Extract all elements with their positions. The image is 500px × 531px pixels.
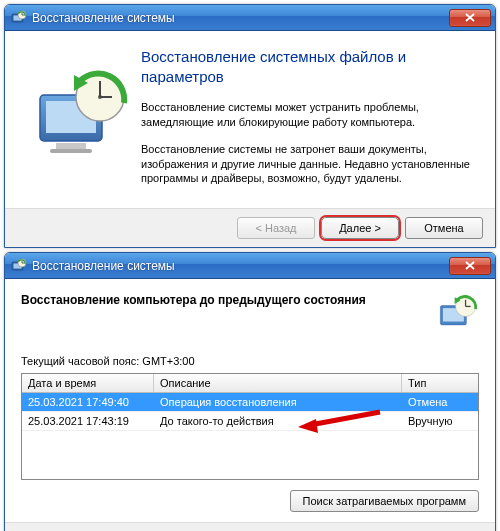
content-area: Восстановление системных файлов и параме… <box>5 31 495 208</box>
affected-programs-row: Поиск затрагиваемых программ <box>21 490 479 512</box>
cell-description: До такого-то действия <box>154 412 402 430</box>
col-datetime[interactable]: Дата и время <box>22 374 154 392</box>
cell-type: Вручную <box>402 412 478 430</box>
timezone-label: Текущий часовой пояс: GMT+3:00 <box>21 355 479 367</box>
page-heading: Восстановление системных файлов и параме… <box>141 47 477 86</box>
table-row[interactable]: 25.03.2021 17:43:19До такого-то действия… <box>22 412 478 431</box>
table-header: Дата и время Описание Тип <box>22 374 478 393</box>
back-button: < Назад <box>237 217 315 239</box>
dialog-system-restore-step2: Восстановление системы Восстановление ко… <box>4 252 496 531</box>
svg-rect-7 <box>50 149 92 153</box>
svg-rect-6 <box>56 143 86 149</box>
dialog-system-restore-step1: Восстановление системы <box>4 4 496 248</box>
cell-datetime: 25.03.2021 17:43:19 <box>22 412 154 430</box>
hero-icon-column <box>23 47 141 198</box>
page-header: Восстановление компьютера до предыдущего… <box>21 293 479 337</box>
table-body: 25.03.2021 17:49:40Операция восстановлен… <box>22 393 478 479</box>
table-row[interactable]: 25.03.2021 17:49:40Операция восстановлен… <box>22 393 478 412</box>
app-icon <box>11 258 27 274</box>
button-bar: < Назад Далее > Отмена <box>5 522 495 531</box>
close-icon <box>465 13 475 22</box>
col-type[interactable]: Тип <box>402 374 478 392</box>
cell-type: Отмена <box>402 393 478 411</box>
system-restore-small-icon <box>435 293 479 337</box>
titlebar: Восстановление системы <box>5 5 495 31</box>
restore-points-table: Дата и время Описание Тип 25.03.2021 17:… <box>21 373 479 480</box>
window-title: Восстановление системы <box>32 259 449 273</box>
content-area: Восстановление компьютера до предыдущего… <box>5 279 495 522</box>
titlebar: Восстановление системы <box>5 253 495 279</box>
scan-affected-button[interactable]: Поиск затрагиваемых программ <box>290 490 479 512</box>
system-restore-icon <box>32 65 132 165</box>
description-2: Восстановление системы не затронет ваши … <box>141 142 477 187</box>
description-1: Восстановление системы может устранить п… <box>141 100 477 130</box>
cell-datetime: 25.03.2021 17:49:40 <box>22 393 154 411</box>
close-button[interactable] <box>449 257 491 275</box>
next-button[interactable]: Далее > <box>321 217 399 239</box>
col-description[interactable]: Описание <box>154 374 402 392</box>
close-button[interactable] <box>449 9 491 27</box>
text-column: Восстановление системных файлов и параме… <box>141 47 477 198</box>
close-icon <box>465 261 475 270</box>
app-icon <box>11 10 27 26</box>
window-title: Восстановление системы <box>32 11 449 25</box>
cancel-button[interactable]: Отмена <box>405 217 483 239</box>
cell-description: Операция восстановления <box>154 393 402 411</box>
button-bar: < Назад Далее > Отмена <box>5 208 495 247</box>
page-heading: Восстановление компьютера до предыдущего… <box>21 293 366 307</box>
